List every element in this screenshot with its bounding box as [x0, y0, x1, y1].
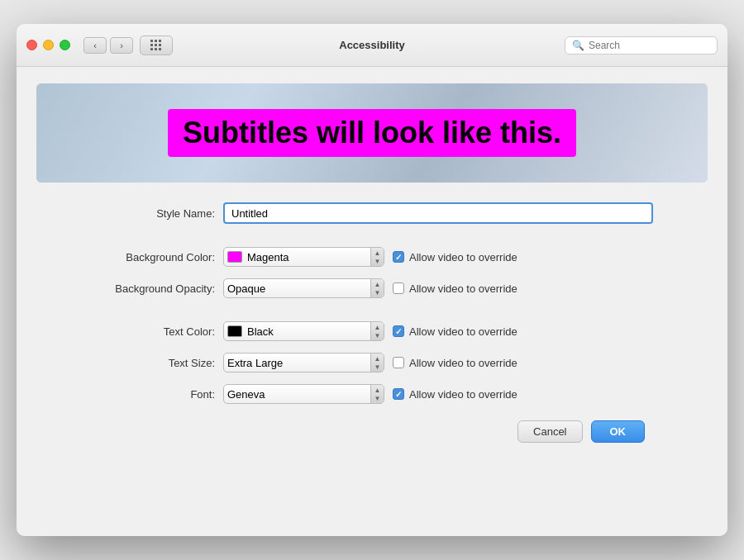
text-size-dropdown-container: Extra Large ▲▼ Allow video to override	[223, 353, 517, 373]
background-opacity-value: Opaque	[227, 282, 380, 295]
text-size-row: Text Size: Extra Large ▲▼ Allow video to…	[91, 353, 653, 373]
text-color-dropdown[interactable]: Black ▲▼	[223, 321, 384, 341]
text-color-row: Text Color: Black ▲▼ Allow video to over…	[91, 321, 653, 341]
button-row: Cancel OK	[91, 420, 653, 443]
text-color-override-area: Allow video to override	[393, 325, 517, 338]
forward-button[interactable]: ›	[110, 37, 133, 54]
text-size-override-area: Allow video to override	[393, 357, 517, 369]
style-name-row: Style Name:	[91, 202, 653, 224]
background-color-dropdown-container: Magenta ▲▼ Allow video to override	[223, 247, 517, 267]
search-input[interactable]	[589, 40, 710, 51]
text-size-checkbox[interactable]	[393, 357, 404, 368]
dropdown-arrows: ▲▼	[370, 248, 384, 266]
background-color-row: Background Color: Magenta ▲▼ Allow video…	[91, 247, 653, 267]
background-color-checkbox[interactable]	[393, 251, 404, 263]
background-opacity-row: Background Opacity: Opaque ▲▼ Allow vide…	[91, 278, 653, 298]
style-name-input[interactable]	[223, 202, 653, 224]
background-opacity-override-label: Allow video to override	[409, 282, 517, 295]
close-button[interactable]	[26, 40, 37, 50]
search-icon: 🔍	[572, 40, 584, 51]
background-color-override-label: Allow video to override	[409, 251, 517, 263]
background-color-value: Magenta	[247, 251, 380, 263]
grid-view-button[interactable]	[140, 36, 173, 55]
maximize-button[interactable]	[60, 40, 70, 50]
search-box[interactable]: 🔍	[565, 36, 718, 55]
font-row: Font: Geneva ▲▼ Allow video to override	[91, 384, 653, 404]
background-opacity-checkbox[interactable]	[393, 282, 404, 294]
minimize-button[interactable]	[43, 40, 54, 50]
back-button[interactable]: ‹	[83, 37, 107, 54]
background-opacity-dropdown-container: Opaque ▲▼ Allow video to override	[223, 278, 517, 298]
font-dropdown-container: Geneva ▲▼ Allow video to override	[223, 384, 517, 404]
background-opacity-label: Background Opacity:	[91, 282, 223, 295]
text-size-dropdown[interactable]: Extra Large ▲▼	[223, 353, 384, 373]
main-window: ‹ › Accessibility 🔍 Subtitles will look …	[17, 24, 727, 536]
font-value: Geneva	[227, 388, 380, 401]
text-color-label: Text Color:	[91, 325, 223, 338]
subtitle-preview-text: Subtitles will look like this.	[168, 109, 576, 157]
nav-buttons: ‹ ›	[83, 37, 133, 54]
opacity-dropdown-arrows: ▲▼	[370, 279, 384, 297]
traffic-lights	[26, 40, 70, 50]
background-opacity-dropdown[interactable]: Opaque ▲▼	[223, 278, 384, 298]
text-size-value: Extra Large	[227, 357, 380, 369]
background-color-override-area: Allow video to override	[393, 251, 517, 263]
font-label: Font:	[91, 388, 223, 401]
subtitle-preview: Subtitles will look like this.	[36, 83, 708, 183]
font-checkbox[interactable]	[393, 388, 404, 400]
text-color-dropdown-arrows: ▲▼	[370, 322, 384, 340]
window-title: Accessibility	[339, 39, 405, 51]
form-area: Style Name: Background Color: Magenta ▲▼	[91, 202, 653, 443]
text-size-dropdown-arrows: ▲▼	[370, 354, 384, 372]
magenta-swatch	[227, 251, 242, 263]
titlebar: ‹ › Accessibility 🔍	[17, 24, 727, 67]
font-override-area: Allow video to override	[393, 388, 517, 401]
text-color-checkbox[interactable]	[393, 325, 404, 337]
font-dropdown-arrows: ▲▼	[370, 385, 384, 403]
text-size-override-label: Allow video to override	[409, 357, 517, 369]
text-color-value: Black	[247, 325, 380, 338]
window-content: Subtitles will look like this. Style Nam…	[17, 67, 727, 536]
background-opacity-override-area: Allow video to override	[393, 282, 517, 295]
text-color-override-label: Allow video to override	[409, 325, 517, 338]
text-color-dropdown-container: Black ▲▼ Allow video to override	[223, 321, 517, 341]
black-swatch	[227, 325, 242, 337]
ok-button[interactable]: OK	[591, 420, 646, 443]
font-override-label: Allow video to override	[409, 388, 517, 401]
font-dropdown[interactable]: Geneva ▲▼	[223, 384, 384, 404]
style-name-label: Style Name:	[91, 207, 223, 220]
background-color-dropdown[interactable]: Magenta ▲▼	[223, 247, 384, 267]
cancel-button[interactable]: Cancel	[517, 420, 582, 443]
text-size-label: Text Size:	[91, 357, 223, 369]
background-color-label: Background Color:	[91, 251, 223, 263]
